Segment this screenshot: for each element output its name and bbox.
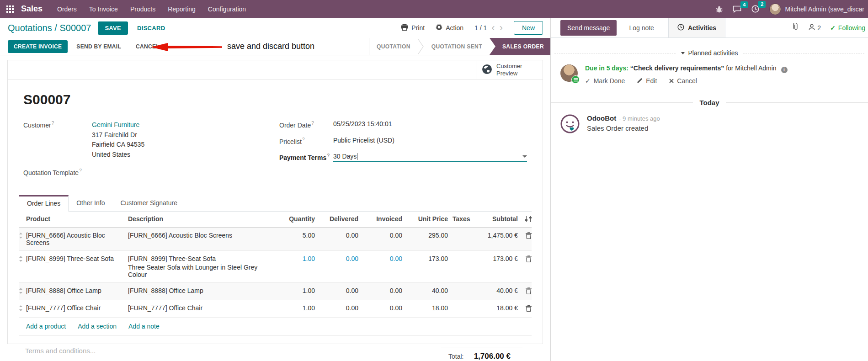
delete-row-icon[interactable] xyxy=(518,228,532,244)
cell-product[interactable]: [FURN_8999] Three-Seat Sofa xyxy=(26,251,128,266)
menu-configuration[interactable]: Configuration xyxy=(208,5,246,13)
menu-orders[interactable]: Orders xyxy=(57,5,77,13)
cell-taxes[interactable] xyxy=(448,228,478,236)
cell-unit-price[interactable]: 40.00 xyxy=(402,283,448,298)
cell-taxes[interactable] xyxy=(448,283,478,291)
add-a-product-link[interactable]: Add a product xyxy=(26,323,66,330)
tab-other-info[interactable]: Other Info xyxy=(69,195,112,212)
drag-handle-icon[interactable] xyxy=(19,228,26,244)
cell-unit-price[interactable]: 18.00 xyxy=(402,300,448,316)
discard-button[interactable]: DISCARD xyxy=(137,25,165,32)
user-menu[interactable]: Mitchell Admin (save_discar xyxy=(769,3,864,15)
cell-invoiced[interactable]: 0.00 xyxy=(358,228,402,243)
activities-clock-icon[interactable]: 2 xyxy=(751,5,759,13)
save-button[interactable]: SAVE xyxy=(98,21,128,35)
cell-description[interactable]: [FURN_7777] Office Chair xyxy=(128,300,276,316)
col-delivered[interactable]: Delivered xyxy=(315,212,358,226)
mark-done-button[interactable]: ✓ Mark Done xyxy=(585,77,625,85)
payment-terms-input[interactable]: 30 Days xyxy=(333,153,527,162)
menu-to-invoice[interactable]: To Invoice xyxy=(89,5,118,13)
debug-bug-icon[interactable] xyxy=(716,5,723,13)
app-name[interactable]: Sales xyxy=(21,4,43,14)
drag-handle-icon[interactable] xyxy=(19,300,26,317)
cell-description[interactable]: [FURN_6666] Acoustic Bloc Screens xyxy=(128,228,276,243)
delete-row-icon[interactable] xyxy=(518,300,532,317)
status-quotation[interactable]: QUOTATION xyxy=(369,38,418,55)
cell-quantity[interactable]: 1.00 xyxy=(276,300,315,316)
cell-unit-price[interactable]: 295.00 xyxy=(402,228,448,243)
table-row[interactable]: [FURN_7777] Office Chair [FURN_7777] Off… xyxy=(19,300,532,318)
followers-button[interactable]: 2 xyxy=(809,24,821,32)
breadcrumb[interactable]: Quotations / S00007 xyxy=(8,23,91,33)
menu-reporting[interactable]: Reporting xyxy=(168,5,196,13)
table-row[interactable]: [FURN_8888] Office Lamp [FURN_8888] Offi… xyxy=(19,283,532,300)
cell-product[interactable]: [FURN_7777] Office Chair xyxy=(26,300,128,316)
cancel-activity-button[interactable]: Cancel xyxy=(669,77,697,85)
drag-handle-icon[interactable] xyxy=(19,251,26,267)
planned-activities-toggle[interactable]: Planned activities xyxy=(681,49,738,57)
status-sales-order[interactable]: SALES ORDER xyxy=(490,38,550,55)
odoobot-avatar[interactable] xyxy=(560,114,580,135)
send-by-email-button[interactable]: SEND BY EMAIL xyxy=(70,40,127,53)
cell-unit-price[interactable]: 173.00 xyxy=(402,251,448,266)
tab-customer-signature[interactable]: Customer Signature xyxy=(112,195,185,212)
cell-delivered[interactable]: 0.00 xyxy=(315,228,358,243)
customer-link[interactable]: Gemini Furniture xyxy=(92,120,144,130)
drag-handle-icon[interactable] xyxy=(19,283,26,299)
cell-quantity[interactable]: 1.00 xyxy=(276,251,315,266)
menu-products[interactable]: Products xyxy=(130,5,155,13)
cell-quantity[interactable]: 5.00 xyxy=(276,228,315,243)
add-a-note-link[interactable]: Add a note xyxy=(128,323,160,330)
info-icon[interactable]: i xyxy=(781,67,788,73)
col-description[interactable]: Description xyxy=(128,212,276,226)
order-date-value[interactable]: 05/25/2023 15:40:01 xyxy=(333,120,392,127)
col-taxes[interactable]: Taxes xyxy=(448,212,478,226)
optional-columns-icon[interactable] xyxy=(518,212,532,227)
col-unit-price[interactable]: Unit Price xyxy=(402,212,448,226)
cell-invoiced[interactable]: 0.00 xyxy=(358,283,402,298)
breadcrumb-quotations[interactable]: Quotations xyxy=(8,23,52,33)
send-message-button[interactable]: Send message xyxy=(560,20,617,36)
create-invoice-button[interactable]: CREATE INVOICE xyxy=(8,40,68,53)
col-product[interactable]: Product xyxy=(26,212,128,226)
cell-description[interactable]: [FURN_8888] Office Lamp xyxy=(128,283,276,298)
pager-previous-icon[interactable]: ‹ xyxy=(491,23,495,33)
message-author[interactable]: OdooBot xyxy=(587,114,616,122)
action-button[interactable]: Action xyxy=(436,24,463,32)
messages-icon[interactable]: 4 xyxy=(733,5,741,13)
cell-invoiced[interactable]: 0.00 xyxy=(358,251,402,266)
col-subtotal[interactable]: Subtotal xyxy=(478,212,518,226)
activities-tab[interactable]: Activities xyxy=(668,18,725,37)
cell-product[interactable]: [FURN_6666] Acoustic Bloc Screens xyxy=(26,228,128,250)
table-row[interactable]: [FURN_6666] Acoustic Bloc Screens [FURN_… xyxy=(19,228,532,251)
pager-next-icon[interactable]: › xyxy=(500,23,503,33)
cell-invoiced[interactable]: 0.00 xyxy=(358,300,402,316)
edit-activity-button[interactable]: Edit xyxy=(637,77,657,85)
table-row[interactable]: [FURN_8999] Three-Seat Sofa [FURN_8999] … xyxy=(19,251,532,283)
col-invoiced[interactable]: Invoiced xyxy=(358,212,402,226)
chevron-down-icon[interactable] xyxy=(522,155,527,158)
cell-product[interactable]: [FURN_8888] Office Lamp xyxy=(26,283,128,298)
cell-delivered[interactable]: 0.00 xyxy=(315,283,358,298)
cell-delivered[interactable]: 0.00 xyxy=(315,251,358,266)
delete-row-icon[interactable] xyxy=(518,251,532,268)
cell-taxes[interactable] xyxy=(448,251,478,259)
cell-taxes[interactable] xyxy=(448,300,478,308)
log-note-button[interactable]: Log note xyxy=(629,24,654,32)
delete-row-icon[interactable] xyxy=(518,283,532,300)
terms-and-conditions-placeholder[interactable]: Terms and conditions... xyxy=(25,347,96,361)
col-quantity[interactable]: Quantity xyxy=(276,212,315,226)
following-button[interactable]: ✓ Following xyxy=(830,24,865,32)
cell-quantity[interactable]: 1.00 xyxy=(276,283,315,298)
apps-menu-icon[interactable] xyxy=(6,5,14,13)
paperclip-icon[interactable] xyxy=(793,23,799,32)
cell-delivered[interactable]: 0.00 xyxy=(315,300,358,316)
tab-order-lines[interactable]: Order Lines xyxy=(19,195,69,212)
pricelist-value[interactable]: Public Pricelist (USD) xyxy=(333,137,394,144)
print-button[interactable]: Print xyxy=(401,24,425,32)
status-quotation-sent[interactable]: QUOTATION SENT xyxy=(424,38,490,55)
customer-preview-button[interactable]: Customer Preview xyxy=(476,60,543,80)
cell-description[interactable]: [FURN_8999] Three-Seat Sofa Three Seater… xyxy=(128,251,276,282)
new-button[interactable]: New xyxy=(514,21,543,35)
add-a-section-link[interactable]: Add a section xyxy=(78,323,117,330)
